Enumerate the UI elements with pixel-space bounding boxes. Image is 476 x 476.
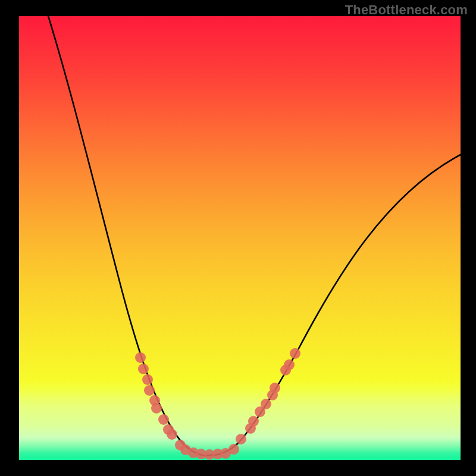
curve-layer <box>19 16 461 460</box>
watermark-text: TheBottleneck.com <box>345 2 468 18</box>
chart-frame: TheBottleneck.com <box>0 0 476 476</box>
svg-point-1 <box>138 364 149 374</box>
plot-area <box>19 16 461 460</box>
svg-point-19 <box>248 416 259 427</box>
bottleneck-curve <box>46 16 461 455</box>
svg-point-0 <box>135 352 146 363</box>
svg-point-8 <box>167 429 177 440</box>
svg-point-25 <box>284 359 295 370</box>
svg-point-2 <box>142 374 153 385</box>
svg-point-16 <box>228 444 239 455</box>
svg-point-21 <box>261 399 271 409</box>
svg-point-6 <box>158 414 169 425</box>
svg-point-3 <box>144 385 155 396</box>
svg-point-17 <box>236 434 246 444</box>
svg-point-5 <box>151 403 162 414</box>
svg-point-26 <box>290 348 300 359</box>
svg-point-23 <box>270 383 280 393</box>
